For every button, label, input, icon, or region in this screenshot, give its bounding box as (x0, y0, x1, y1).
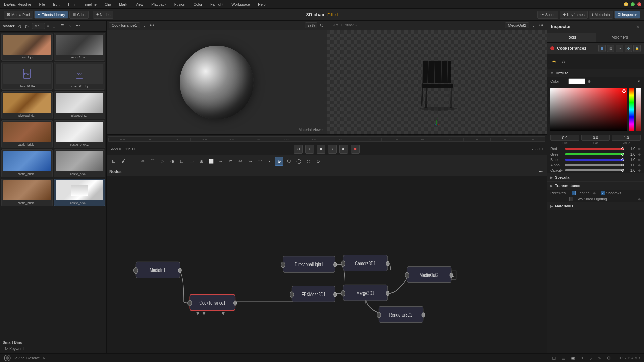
inspector-close-btn[interactable]: ✕ (636, 24, 640, 29)
hue-saturation-picker[interactable] (550, 88, 627, 131)
media-item[interactable]: plywood_d... (1, 91, 53, 119)
media-item[interactable]: room 2.jpg (1, 33, 53, 61)
maximize-btn[interactable]: + (631, 2, 635, 6)
close-btn[interactable]: × (637, 2, 641, 6)
node-connect-tool[interactable]: ⊕ (275, 157, 283, 166)
play-btn[interactable]: ▷ (328, 145, 337, 154)
settings-status-icon[interactable]: ⚙ (607, 355, 611, 361)
pen-tool[interactable]: ✏ (139, 157, 147, 166)
media-item[interactable]: castle_brick... (1, 149, 53, 177)
go-to-start-btn[interactable]: ⏮ (294, 145, 303, 154)
media-item[interactable]: plywood_r... (54, 91, 105, 119)
modifiers-tab[interactable]: Modifiers (596, 33, 644, 42)
stop-btn[interactable]: ■ (317, 145, 325, 154)
mask-tool[interactable]: ⬜ (207, 157, 215, 166)
opacity-slider[interactable] (565, 169, 623, 171)
nodes-btn[interactable]: ◈ Nodes (93, 11, 114, 19)
transmittance-header[interactable]: ▶ Transmittance (547, 182, 644, 190)
value-input[interactable] (612, 135, 641, 141)
diffuse-header[interactable]: ▼ Diffuse (547, 69, 644, 77)
grid-layout-btn[interactable]: ☰ (59, 23, 65, 29)
media-item[interactable]: castle_brick... (54, 149, 105, 177)
shadows-check-item[interactable]: ✓ Shadows (601, 191, 621, 195)
lighting-checkbox[interactable]: ✓ (572, 191, 576, 195)
menu-color[interactable]: Color (192, 2, 204, 7)
menu-workspace[interactable]: Workspace (230, 2, 251, 7)
fusion-status-icon[interactable]: ✦ (580, 355, 584, 361)
menu-mark[interactable]: Mark (118, 2, 128, 7)
color-status-icon[interactable]: ◉ (571, 355, 575, 361)
camera-tool[interactable]: ⬡ (284, 157, 293, 166)
menu-file[interactable]: File (38, 2, 47, 7)
blue-slider[interactable] (565, 159, 623, 161)
right-viewer-dots[interactable]: ••• (538, 22, 545, 28)
step-back-btn[interactable]: ◁ (305, 145, 314, 154)
menu-timeline[interactable]: Timeline (82, 2, 98, 7)
sun-icon[interactable]: ☀ (550, 57, 558, 66)
menu-fusion[interactable]: Fusion (173, 2, 187, 7)
path-tool[interactable]: 〰 (255, 157, 264, 166)
globe-icon[interactable]: ○ (560, 57, 567, 66)
transform-tool[interactable]: ↔ (216, 157, 225, 166)
keywords-item[interactable]: ▷ Keywords (3, 346, 104, 351)
record-btn[interactable]: ⏺ (351, 145, 360, 154)
shape-tool[interactable]: □ (177, 157, 186, 166)
scrubber-track[interactable]: -650 -600 -550 -500 -450 -400 -350 -300 … (108, 136, 545, 142)
material-tool[interactable]: ◎ (304, 157, 313, 166)
eraser-tool[interactable]: ◇ (158, 157, 167, 166)
media-item[interactable]: castle_brick... (1, 120, 53, 148)
alpha-slider[interactable] (565, 164, 623, 166)
trim-tool[interactable]: ⊞ (197, 157, 206, 166)
blue-expand-icon[interactable]: ⊕ (638, 158, 641, 162)
menu-davinci[interactable]: DaVinci Resolve (3, 2, 33, 7)
crop-tool[interactable]: ⊂ (226, 157, 235, 166)
fog-tool[interactable]: ⊘ (314, 157, 322, 166)
spline-btn[interactable]: 〜 Spline (537, 11, 559, 19)
left-viewer-expand[interactable]: ⬡ (319, 22, 325, 28)
nodes-area[interactable]: MediaIn1 CookTorrance1 DirectionalLight1 (107, 176, 547, 353)
menu-clip[interactable]: Clip (103, 2, 112, 7)
menu-trim[interactable]: Trim (66, 2, 76, 7)
media-item[interactable]: OBJ chair_01.obj (54, 62, 105, 90)
viewer-tool[interactable]: ⊡ (109, 157, 118, 166)
fairlight-status-icon[interactable]: ♪ (590, 355, 592, 361)
menu-view[interactable]: View (134, 2, 145, 7)
hue-input[interactable] (550, 135, 579, 141)
alpha-expand-icon[interactable]: ⊕ (638, 163, 641, 167)
rect-tool[interactable]: ▭ (187, 157, 196, 166)
lighting-expand[interactable]: ⊕ (593, 191, 596, 195)
effects-library-btn[interactable]: ✦ Effects Library (34, 11, 68, 19)
media-status-icon[interactable]: ⊡ (552, 355, 556, 361)
red-expand-icon[interactable]: ⊕ (638, 147, 641, 151)
audio-status-icon[interactable]: ⊟ (561, 355, 566, 361)
left-viewer-label[interactable]: CookTorrance1 (109, 22, 140, 28)
node-link-btn[interactable]: 🔗 (625, 45, 632, 52)
two-sided-expand[interactable]: ⊕ (638, 197, 641, 201)
node-lock-btn[interactable]: 🔒 (633, 45, 641, 52)
two-sided-checkbox[interactable] (569, 197, 573, 201)
media-pool-btn[interactable]: ⊞ Media Pool (4, 11, 33, 19)
color-swatch[interactable] (568, 78, 585, 84)
menu-edit[interactable]: Edit (52, 2, 61, 7)
light-tool[interactable]: ◯ (294, 157, 303, 166)
material-id-header[interactable]: ▶ MaterialID (547, 202, 644, 210)
sat-input[interactable] (581, 135, 610, 141)
particle-tool[interactable]: ⋯ (265, 157, 274, 166)
clips-btn[interactable]: ▤ Clips (69, 11, 88, 19)
eyedropper-icon[interactable]: ⊕ (588, 79, 591, 84)
more-options-btn[interactable]: ••• (74, 23, 82, 29)
list-layout-btn[interactable]: ⊞ (51, 23, 57, 29)
media-item[interactable]: FBX chair_01.fbx (1, 62, 53, 90)
search-btn[interactable]: ⌕ (67, 23, 72, 29)
menu-fairlight[interactable]: Fairlight (209, 2, 225, 7)
left-viewer-settings[interactable]: ⌄ (141, 22, 147, 28)
right-viewer-label[interactable]: MediaOut2 (505, 22, 529, 28)
left-viewer-dots[interactable]: ••• (149, 22, 156, 28)
specular-header[interactable]: ▶ Specular (547, 173, 644, 181)
inspector-btn[interactable]: ⊡ Inspector (614, 11, 640, 19)
nav-back-btn[interactable]: ◁ (16, 23, 22, 29)
left-zoom-level[interactable]: 27% (305, 22, 317, 28)
tools-tab[interactable]: Tools (547, 33, 596, 42)
metadata-btn[interactable]: ℹ Metadata (589, 11, 613, 19)
nav-forward-btn[interactable]: ▷ (24, 23, 30, 29)
